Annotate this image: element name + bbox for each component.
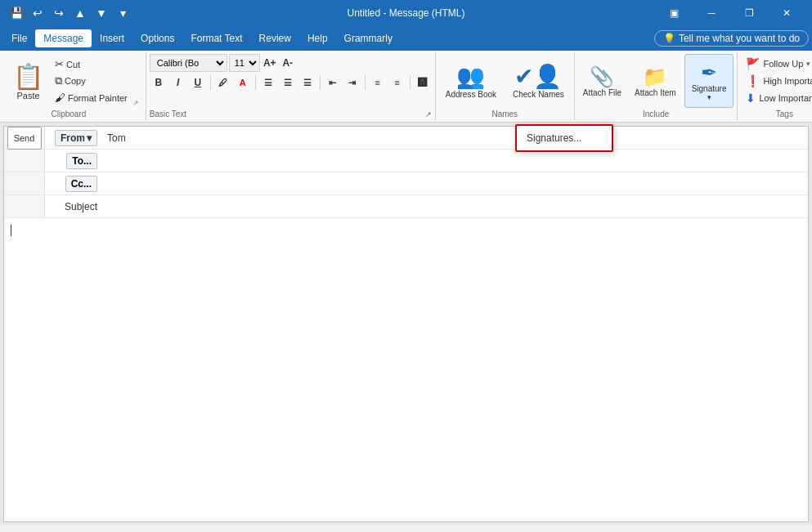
font-color-button[interactable]: A xyxy=(234,74,252,92)
send-button[interactable]: Send xyxy=(7,127,42,150)
title-bar: 💾 ↩ ↪ ▲ ▼ ▾ Untitled - Message (HTML) ▣ … xyxy=(0,0,812,26)
menu-format-text[interactable]: Format Text xyxy=(182,29,250,47)
menu-file[interactable]: File xyxy=(3,29,35,47)
signature-chevron: ▾ xyxy=(707,93,711,101)
bullets-button[interactable]: ≡ xyxy=(369,74,387,92)
cc-label-cell: Cc... xyxy=(45,176,102,192)
bold-button[interactable]: B xyxy=(150,74,168,92)
align-left-button[interactable]: ☰ xyxy=(259,74,277,92)
compose-window: Send From ▾ To... Cc... xyxy=(3,126,809,522)
paste-icon: 📋 xyxy=(13,62,43,91)
menu-grammarly[interactable]: Grammarly xyxy=(336,29,401,47)
to-input[interactable] xyxy=(102,155,808,167)
indent-button[interactable]: ⇥ xyxy=(343,74,361,92)
paste-button[interactable]: 📋 Paste xyxy=(7,54,50,108)
low-importance-button[interactable]: ⬇ Low Importance xyxy=(741,90,812,106)
save-icon[interactable]: 💾 xyxy=(7,3,26,23)
from-row: Send From ▾ xyxy=(4,127,808,150)
cut-button[interactable]: ✂ Cut xyxy=(52,56,131,72)
cc-row: Cc... xyxy=(4,172,808,195)
view-icon[interactable]: ▣ xyxy=(655,0,693,26)
ribbon: 📋 Paste ✂ Cut ⧉ Copy 🖌 Format Painter xyxy=(0,51,812,123)
menu-message[interactable]: Message xyxy=(35,29,92,47)
tell-me-label: Tell me what you want to do xyxy=(679,33,800,44)
attach-file-icon: 📎 xyxy=(590,65,614,88)
format-painter-button[interactable]: 🖌 Format Painter xyxy=(52,90,131,105)
lightbulb-icon: 💡 xyxy=(663,33,675,44)
attach-file-button[interactable]: 📎 Attach File xyxy=(578,54,626,108)
from-input[interactable] xyxy=(102,132,808,144)
high-importance-button[interactable]: ❗ High Importance xyxy=(741,73,812,89)
menu-options[interactable]: Options xyxy=(132,29,182,47)
copy-icon: ⧉ xyxy=(55,74,62,87)
subject-input[interactable] xyxy=(102,201,808,212)
send-area: Send xyxy=(4,127,45,149)
up-icon[interactable]: ▲ xyxy=(70,3,90,23)
tags-group: 🚩 Follow Up ▾ ❗ High Importance ⬇ Low Im… xyxy=(738,52,812,120)
font-size-select[interactable]: 11 xyxy=(229,54,260,72)
address-book-button[interactable]: 👥 Address Book xyxy=(439,54,503,108)
undo-icon[interactable]: ↩ xyxy=(28,3,47,23)
numbering-button[interactable]: ≡ xyxy=(388,74,406,92)
high-importance-icon: ❗ xyxy=(746,74,760,87)
follow-up-icon: 🚩 xyxy=(746,57,760,70)
more-format-button[interactable]: 🅰 xyxy=(414,74,432,92)
highlight-button[interactable]: 🖊 xyxy=(214,74,232,92)
clipboard-group: 📋 Paste ✂ Cut ⧉ Copy 🖌 Format Painter xyxy=(3,52,146,120)
close-button[interactable]: ✕ xyxy=(768,0,805,26)
attach-item-icon: 📁 xyxy=(643,65,667,88)
signatures-menu-item[interactable]: Signatures... xyxy=(517,127,612,149)
clipboard-small-buttons: ✂ Cut ⧉ Copy 🖌 Format Painter xyxy=(52,54,131,108)
tell-me-input[interactable]: 💡 Tell me what you want to do xyxy=(654,30,809,47)
email-body[interactable] xyxy=(4,218,808,521)
font-family-select[interactable]: Calibri (Bo xyxy=(150,54,227,72)
check-names-icon: ✔👤 xyxy=(514,63,562,90)
from-label-cell: From ▾ xyxy=(45,130,102,146)
names-label: Names xyxy=(439,108,571,118)
outdent-button[interactable]: ⇤ xyxy=(324,74,342,92)
underline-button[interactable]: U xyxy=(189,74,207,92)
cc-input[interactable] xyxy=(102,178,808,190)
to-row: To... xyxy=(4,150,808,172)
font-decrease-button[interactable]: A- xyxy=(280,55,296,71)
signature-button[interactable]: ✒ Signature ▾ xyxy=(684,54,734,108)
low-importance-icon: ⬇ xyxy=(746,92,756,105)
clipboard-expand[interactable]: ↗ xyxy=(132,54,142,118)
font-increase-button[interactable]: A+ xyxy=(262,55,278,71)
subject-label: Subject xyxy=(65,201,97,212)
clipboard-label: Clipboard xyxy=(7,108,131,118)
subject-row: Subject xyxy=(4,195,808,218)
paste-label: Paste xyxy=(16,91,39,101)
follow-up-button[interactable]: 🚩 Follow Up ▾ xyxy=(741,56,812,72)
format-painter-icon: 🖌 xyxy=(55,92,65,104)
cc-button[interactable]: Cc... xyxy=(65,176,97,192)
menu-bar: File Message Insert Options Format Text … xyxy=(0,26,812,51)
text-cursor xyxy=(11,225,11,236)
to-button[interactable]: To... xyxy=(66,153,97,169)
menu-help[interactable]: Help xyxy=(299,29,336,47)
cut-icon: ✂ xyxy=(55,58,64,70)
subject-label-cell: Subject xyxy=(45,201,102,212)
from-chevron: ▾ xyxy=(87,132,92,144)
restore-button[interactable]: ❐ xyxy=(730,0,768,26)
attach-item-button[interactable]: 📁 Attach Item xyxy=(630,54,681,108)
menu-review[interactable]: Review xyxy=(251,29,299,47)
address-book-icon: 👥 xyxy=(456,63,485,90)
align-center-button[interactable]: ☰ xyxy=(279,74,297,92)
align-right-button[interactable]: ☰ xyxy=(298,74,316,92)
check-names-button[interactable]: ✔👤 Check Names xyxy=(506,54,571,108)
redo-icon[interactable]: ↪ xyxy=(49,3,69,23)
minimize-button[interactable]: ─ xyxy=(693,0,730,26)
include-group: 📎 Attach File 📁 Attach Item ✒ Signature … xyxy=(575,52,738,120)
down-icon[interactable]: ▼ xyxy=(92,3,111,23)
basic-text-expand[interactable]: ↗ xyxy=(425,110,432,118)
customize-icon[interactable]: ▾ xyxy=(113,3,132,23)
basic-text-group: Calibri (Bo 11 A+ A- B I U 🖊 A ☰ xyxy=(146,52,436,120)
menu-insert[interactable]: Insert xyxy=(92,29,132,47)
signature-icon: ✒ xyxy=(701,61,717,84)
italic-button[interactable]: I xyxy=(169,74,187,92)
signature-dropdown: Signatures... xyxy=(515,124,613,152)
copy-button[interactable]: ⧉ Copy xyxy=(52,73,131,89)
from-dropdown[interactable]: From ▾ xyxy=(55,130,97,146)
names-group: 👥 Address Book ✔👤 Check Names Names xyxy=(436,52,575,120)
